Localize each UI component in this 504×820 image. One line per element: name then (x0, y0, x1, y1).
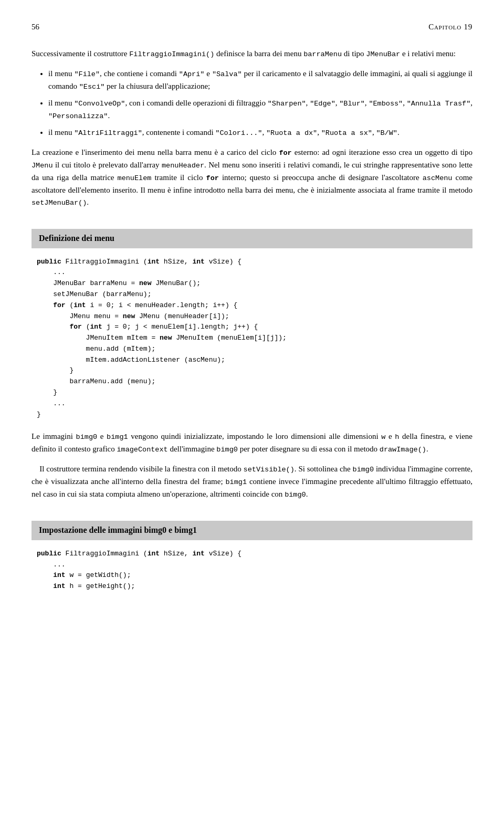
bullet-list: il menu "File", che contiene i comandi "… (48, 68, 472, 139)
code-line: } (37, 409, 472, 420)
code-line: } (37, 387, 472, 398)
section2-header: Impostazione delle immagini bimg0 e bimg… (32, 521, 472, 540)
chapter-title: Capitolo 19 (428, 21, 472, 33)
code-block-2: public FiltraggioImmagini (int hSize, in… (37, 549, 472, 592)
code-line: ... (37, 398, 472, 409)
code-line: mItem.addActionListener (ascMenu); (37, 355, 472, 366)
paragraph-menu-creation: La creazione e l'inserimento dei menu ne… (32, 146, 472, 209)
code-block-1: public FiltraggioImmagini (int hSize, in… (37, 257, 472, 420)
code-line: for (int i = 0; i < menuHeader.length; i… (37, 300, 472, 311)
code-line: ... (37, 560, 472, 571)
section2-label: Impostazione delle immagini bimg0 e bimg… (39, 525, 197, 534)
page-number: 56 (32, 21, 39, 33)
code-line: menu.add (mItem); (37, 344, 472, 355)
list-item: il menu "AltriFiltraggi", contenente i c… (48, 127, 472, 139)
intro-paragraph: Successivamente il costruttore Filtraggi… (32, 48, 472, 60)
code-line: } (37, 365, 472, 376)
paragraph-images-init: Le immagini bimg0 e bimg1 vengono quindi… (32, 430, 472, 456)
code-line: for (int j = 0; j < menuElem[i].length; … (37, 322, 472, 333)
section1-header: Definizione dei menu (32, 229, 472, 248)
code-line: ... (37, 267, 472, 278)
code-line: JMenuItem mItem = new JMenuItem (menuEle… (37, 333, 472, 344)
code-line: int h = getHeight(); (37, 581, 472, 592)
list-item: il menu "ConvolveOp", con i comandi dell… (48, 97, 472, 122)
code-line: barraMenu.add (menu); (37, 376, 472, 387)
code-line: setJMenuBar (barraMenu); (37, 289, 472, 300)
code-line: int w = getWidth(); (37, 570, 472, 581)
code-line: public FiltraggioImmagini (int hSize, in… (37, 549, 472, 560)
paragraph-constructor-end: Il costruttore termina rendendo visibile… (32, 463, 472, 501)
code-line: JMenuBar barraMenu = new JMenuBar(); (37, 278, 472, 289)
page-header: 56 Capitolo 19 (32, 21, 472, 33)
section1-label: Definizione dei menu (39, 234, 114, 243)
list-item: il menu "File", che contiene i comandi "… (48, 68, 472, 93)
code-line: public FiltraggioImmagini (int hSize, in… (37, 257, 472, 268)
code-line: JMenu menu = new JMenu (menuHeader[i]); (37, 311, 472, 322)
